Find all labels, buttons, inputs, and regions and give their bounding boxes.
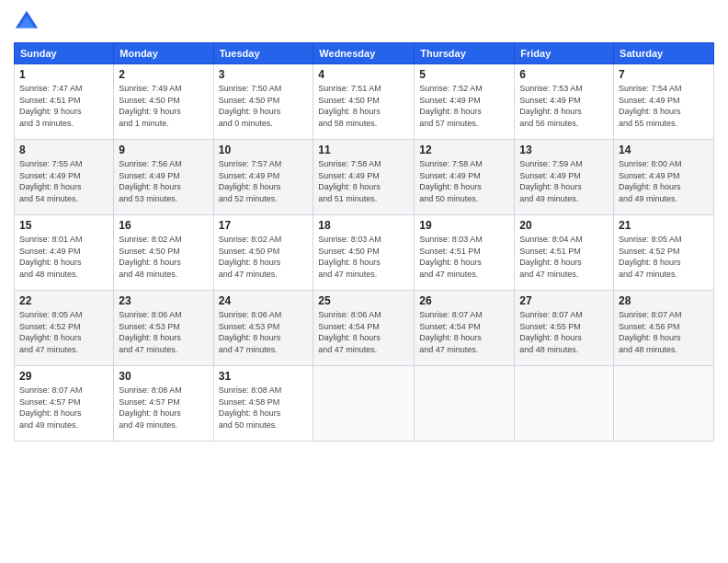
day-cell: 5Sunrise: 7:52 AM Sunset: 4:49 PM Daylig… (415, 64, 515, 140)
day-number: 1 (19, 68, 108, 81)
week-row-2: 8Sunrise: 7:55 AM Sunset: 4:49 PM Daylig… (15, 140, 714, 215)
calendar-table: SundayMondayTuesdayWednesdayThursdayFrid… (14, 42, 714, 442)
day-info: Sunrise: 8:06 AM Sunset: 4:54 PM Dayligh… (318, 309, 409, 355)
day-number: 7 (619, 68, 709, 81)
day-number: 4 (318, 68, 409, 81)
day-cell: 3Sunrise: 7:50 AM Sunset: 4:50 PM Daylig… (213, 64, 313, 140)
day-number: 17 (219, 219, 309, 232)
day-info: Sunrise: 7:50 AM Sunset: 4:50 PM Dayligh… (219, 83, 309, 129)
day-cell: 9Sunrise: 7:56 AM Sunset: 4:49 PM Daylig… (114, 140, 213, 215)
day-number: 28 (619, 294, 709, 307)
day-cell: 28Sunrise: 8:07 AM Sunset: 4:56 PM Dayli… (614, 291, 714, 366)
day-info: Sunrise: 8:08 AM Sunset: 4:57 PM Dayligh… (119, 385, 208, 431)
day-info: Sunrise: 8:07 AM Sunset: 4:54 PM Dayligh… (419, 309, 509, 355)
day-cell: 23Sunrise: 8:06 AM Sunset: 4:53 PM Dayli… (114, 291, 213, 366)
day-info: Sunrise: 8:07 AM Sunset: 4:56 PM Dayligh… (619, 309, 709, 355)
day-cell: 22Sunrise: 8:05 AM Sunset: 4:52 PM Dayli… (15, 291, 114, 366)
day-cell (415, 366, 515, 442)
header (14, 9, 714, 35)
day-cell: 16Sunrise: 8:02 AM Sunset: 4:50 PM Dayli… (114, 215, 213, 291)
day-info: Sunrise: 8:03 AM Sunset: 4:50 PM Dayligh… (318, 234, 409, 280)
day-cell (515, 366, 614, 442)
day-number: 23 (119, 294, 208, 307)
day-number: 24 (219, 294, 309, 307)
day-number: 6 (519, 68, 609, 81)
day-number: 9 (119, 144, 208, 156)
day-cell: 21Sunrise: 8:05 AM Sunset: 4:52 PM Dayli… (614, 215, 714, 291)
day-number: 12 (419, 144, 509, 156)
day-info: Sunrise: 8:06 AM Sunset: 4:53 PM Dayligh… (119, 309, 208, 355)
day-info: Sunrise: 8:07 AM Sunset: 4:55 PM Dayligh… (519, 309, 609, 355)
day-cell: 31Sunrise: 8:08 AM Sunset: 4:58 PM Dayli… (213, 366, 313, 442)
week-row-5: 29Sunrise: 8:07 AM Sunset: 4:57 PM Dayli… (15, 366, 714, 442)
day-info: Sunrise: 7:58 AM Sunset: 4:49 PM Dayligh… (318, 158, 409, 204)
day-number: 13 (519, 144, 609, 156)
day-cell: 29Sunrise: 8:07 AM Sunset: 4:57 PM Dayli… (15, 366, 114, 442)
day-info: Sunrise: 7:47 AM Sunset: 4:51 PM Dayligh… (19, 83, 108, 129)
day-info: Sunrise: 7:55 AM Sunset: 4:49 PM Dayligh… (19, 158, 108, 204)
day-number: 21 (619, 219, 709, 232)
day-number: 29 (19, 370, 108, 383)
day-info: Sunrise: 7:58 AM Sunset: 4:49 PM Dayligh… (419, 158, 509, 204)
day-cell: 7Sunrise: 7:54 AM Sunset: 4:49 PM Daylig… (614, 64, 714, 140)
day-cell: 25Sunrise: 8:06 AM Sunset: 4:54 PM Dayli… (313, 291, 415, 366)
day-cell: 10Sunrise: 7:57 AM Sunset: 4:49 PM Dayli… (213, 140, 313, 215)
day-info: Sunrise: 7:49 AM Sunset: 4:50 PM Dayligh… (119, 83, 208, 129)
day-info: Sunrise: 8:08 AM Sunset: 4:58 PM Dayligh… (219, 385, 309, 431)
day-info: Sunrise: 8:02 AM Sunset: 4:50 PM Dayligh… (219, 234, 309, 280)
day-number: 14 (619, 144, 709, 156)
col-header-saturday: Saturday (614, 43, 714, 64)
day-number: 18 (318, 219, 409, 232)
day-info: Sunrise: 8:07 AM Sunset: 4:57 PM Dayligh… (19, 385, 108, 431)
col-header-monday: Monday (114, 43, 213, 64)
week-row-1: 1Sunrise: 7:47 AM Sunset: 4:51 PM Daylig… (15, 64, 714, 140)
day-number: 5 (419, 68, 509, 81)
day-info: Sunrise: 7:56 AM Sunset: 4:49 PM Dayligh… (119, 158, 208, 204)
day-number: 25 (318, 294, 409, 307)
day-number: 11 (318, 144, 409, 156)
day-info: Sunrise: 8:05 AM Sunset: 4:52 PM Dayligh… (619, 234, 709, 280)
day-info: Sunrise: 7:52 AM Sunset: 4:49 PM Dayligh… (419, 83, 509, 129)
day-info: Sunrise: 8:02 AM Sunset: 4:50 PM Dayligh… (119, 234, 208, 280)
day-cell: 20Sunrise: 8:04 AM Sunset: 4:51 PM Dayli… (515, 215, 614, 291)
col-header-friday: Friday (515, 43, 614, 64)
day-info: Sunrise: 8:05 AM Sunset: 4:52 PM Dayligh… (19, 309, 108, 355)
day-number: 20 (519, 219, 609, 232)
day-number: 16 (119, 219, 208, 232)
day-cell: 8Sunrise: 7:55 AM Sunset: 4:49 PM Daylig… (15, 140, 114, 215)
day-cell: 1Sunrise: 7:47 AM Sunset: 4:51 PM Daylig… (15, 64, 114, 140)
col-header-wednesday: Wednesday (313, 43, 415, 64)
day-number: 27 (519, 294, 609, 307)
day-cell (614, 366, 714, 442)
col-header-thursday: Thursday (415, 43, 515, 64)
day-cell: 30Sunrise: 8:08 AM Sunset: 4:57 PM Dayli… (114, 366, 213, 442)
day-cell: 19Sunrise: 8:03 AM Sunset: 4:51 PM Dayli… (415, 215, 515, 291)
day-number: 15 (19, 219, 108, 232)
day-info: Sunrise: 7:59 AM Sunset: 4:49 PM Dayligh… (519, 158, 609, 204)
day-cell: 24Sunrise: 8:06 AM Sunset: 4:53 PM Dayli… (213, 291, 313, 366)
col-header-sunday: Sunday (15, 43, 114, 64)
day-info: Sunrise: 7:54 AM Sunset: 4:49 PM Dayligh… (619, 83, 709, 129)
day-number: 19 (419, 219, 509, 232)
day-number: 30 (119, 370, 208, 383)
day-number: 2 (119, 68, 208, 81)
day-cell (313, 366, 415, 442)
day-cell: 4Sunrise: 7:51 AM Sunset: 4:50 PM Daylig… (313, 64, 415, 140)
day-info: Sunrise: 8:04 AM Sunset: 4:51 PM Dayligh… (519, 234, 609, 280)
calendar-header-row: SundayMondayTuesdayWednesdayThursdayFrid… (15, 43, 714, 64)
day-cell: 26Sunrise: 8:07 AM Sunset: 4:54 PM Dayli… (415, 291, 515, 366)
day-cell: 2Sunrise: 7:49 AM Sunset: 4:50 PM Daylig… (114, 64, 213, 140)
day-info: Sunrise: 8:03 AM Sunset: 4:51 PM Dayligh… (419, 234, 509, 280)
day-cell: 11Sunrise: 7:58 AM Sunset: 4:49 PM Dayli… (313, 140, 415, 215)
day-number: 8 (19, 144, 108, 156)
day-cell: 12Sunrise: 7:58 AM Sunset: 4:49 PM Dayli… (415, 140, 515, 215)
day-cell: 14Sunrise: 8:00 AM Sunset: 4:49 PM Dayli… (614, 140, 714, 215)
week-row-3: 15Sunrise: 8:01 AM Sunset: 4:49 PM Dayli… (15, 215, 714, 291)
day-number: 10 (219, 144, 309, 156)
week-row-4: 22Sunrise: 8:05 AM Sunset: 4:52 PM Dayli… (15, 291, 714, 366)
day-number: 22 (19, 294, 108, 307)
day-cell: 18Sunrise: 8:03 AM Sunset: 4:50 PM Dayli… (313, 215, 415, 291)
day-info: Sunrise: 8:06 AM Sunset: 4:53 PM Dayligh… (219, 309, 309, 355)
day-info: Sunrise: 8:00 AM Sunset: 4:49 PM Dayligh… (619, 158, 709, 204)
page: SundayMondayTuesdayWednesdayThursdayFrid… (0, 0, 728, 563)
